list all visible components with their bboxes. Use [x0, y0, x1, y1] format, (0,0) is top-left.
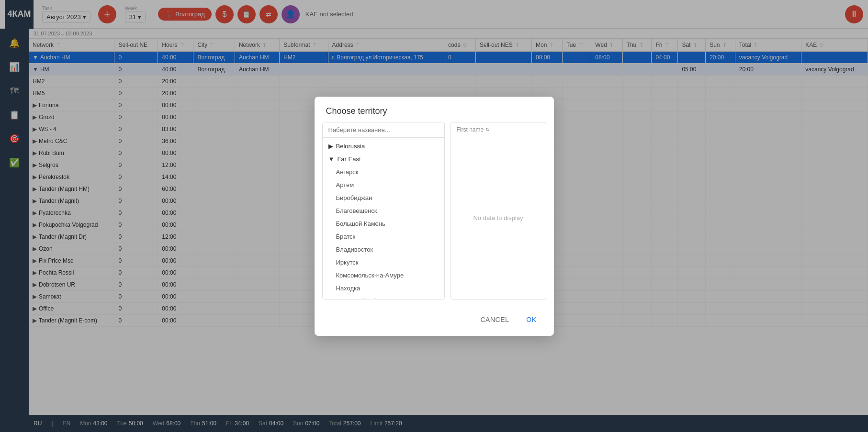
territory-tree[interactable]: ▶ Belorussia ▼ Far East Ангарск Артем Би… — [323, 138, 444, 299]
chevron-down-icon: ▼ — [328, 155, 335, 163]
modal-right-panel: First name ⇅ No data to display — [451, 122, 546, 299]
choose-territory-modal: Choose territory ▶ Belorussia ▼ Far East — [315, 97, 554, 336]
territory-search-input[interactable] — [323, 122, 444, 138]
tree-item-pervomaysky[interactable]: Первомайский — [323, 295, 444, 299]
tree-item-bratsk[interactable]: Братск — [323, 230, 444, 243]
modal-overlay[interactable]: Choose territory ▶ Belorussia ▼ Far East — [0, 0, 868, 432]
tree-item-artem[interactable]: Артем — [323, 178, 444, 191]
modal-title: Choose territory — [315, 97, 554, 122]
ok-button[interactable]: OK — [520, 313, 542, 326]
tree-item-irkutsk[interactable]: Иркутск — [323, 256, 444, 269]
modal-footer: CANCEL OK — [315, 307, 554, 336]
tree-item-blagoveshchensk[interactable]: Благовещенск — [323, 204, 444, 217]
tree-item-bolshoy-kamen[interactable]: Большой Камень — [323, 217, 444, 230]
tree-item-far-east[interactable]: ▼ Far East — [323, 153, 444, 166]
modal-left-panel: ▶ Belorussia ▼ Far East Ангарск Артем Би… — [322, 122, 445, 299]
modal-right-header: First name ⇅ — [451, 122, 546, 137]
chevron-right-icon: ▶ — [328, 143, 333, 150]
tree-item-komsomolsk[interactable]: Комсомольск-на-Амуре — [323, 269, 444, 282]
sort-icon: ⇅ — [485, 127, 489, 132]
modal-no-data: No data to display — [451, 137, 546, 299]
tree-item-vladivostok[interactable]: Владивосток — [323, 243, 444, 256]
tree-item-angarsk[interactable]: Ангарск — [323, 166, 444, 178]
cancel-button[interactable]: CANCEL — [474, 313, 515, 326]
tree-item-birobidzhan[interactable]: Биробиджан — [323, 191, 444, 204]
tree-item-belorussia[interactable]: ▶ Belorussia — [323, 140, 444, 153]
tree-item-nakhodka[interactable]: Находка — [323, 282, 444, 295]
modal-body: ▶ Belorussia ▼ Far East Ангарск Артем Би… — [315, 122, 554, 307]
